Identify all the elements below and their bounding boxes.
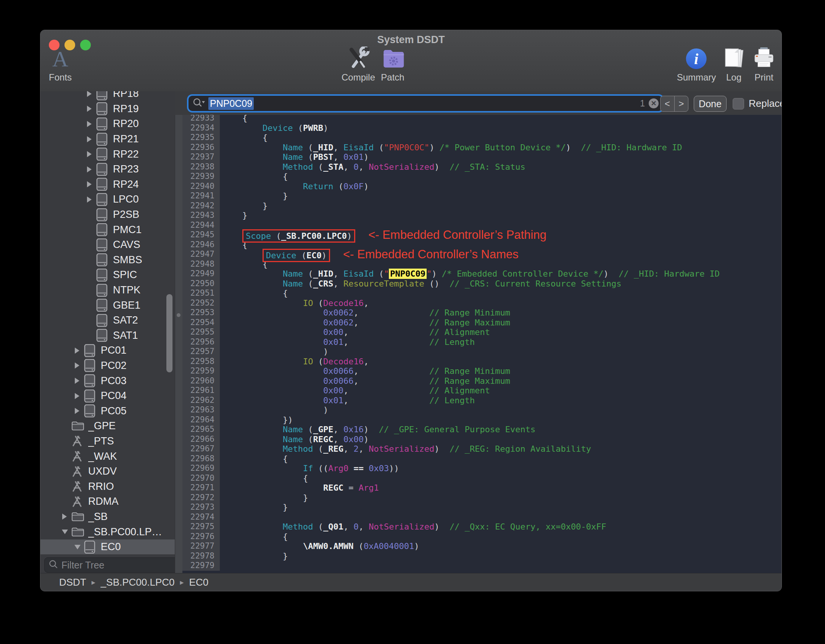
disclosure-right-icon[interactable] [74,393,84,399]
find-previous-button[interactable]: < [661,96,675,111]
code-line[interactable]: 22975 Method (_Q01, 0, NotSerialized) //… [182,522,781,532]
code-line[interactable]: 22978 } [182,551,781,561]
code-line[interactable]: 22974 [182,512,781,522]
code-line[interactable]: 22967 Method (_REG, 2, NotSerialized) //… [182,444,781,454]
tree-item-PC01[interactable]: PC01 [40,343,175,358]
code-line[interactable]: 22936 Name (_HID, EisaId ("PNP0C0C") /* … [182,143,781,153]
tree-item-PC03[interactable]: PC03 [40,373,175,388]
tree-item-RP24[interactable]: RP24 [40,177,175,192]
code-line[interactable]: 22972 } [182,493,781,503]
sidebar-splitter[interactable] [175,115,183,573]
tree-item-_GPE[interactable]: _GPE [40,419,175,434]
tree-item-CAVS[interactable]: CAVS [40,237,175,253]
tree-item-SAT1[interactable]: SAT1 [40,328,175,343]
code-line[interactable]: 22951 { [182,288,781,298]
toolbar-item-print[interactable]: Print [752,46,775,83]
tree-item-SAT2[interactable]: SAT2 [40,313,175,328]
code-line[interactable]: 22960 0x0066, // Range Maximum [182,376,781,386]
code-line[interactable]: 22976 { [182,532,781,542]
disclosure-right-icon[interactable] [86,121,96,127]
tree-item-NTPK[interactable]: NTPK [40,283,175,298]
tree-item-P2SB[interactable]: P2SB [40,207,175,222]
code-line[interactable]: 22945 Scope (_SB.PC00.LPC0)<- Embedded C… [182,230,781,240]
search-input[interactable]: PNP0C09 1 ✕ [189,96,662,111]
disclosure-right-icon[interactable] [74,377,84,384]
code-line[interactable]: 22954 0x0062, // Range Maximum [182,318,781,328]
disclosure-right-icon[interactable] [86,105,96,112]
breadcrumb-item-EC0[interactable]: EC0 [189,576,209,588]
disclosure-down-icon[interactable] [61,529,71,535]
disclosure-right-icon[interactable] [86,151,96,158]
tree-item-RP22[interactable]: RP22 [40,147,175,162]
code-line[interactable]: 22963 ) [182,405,781,415]
code-line[interactable]: 22935 { [182,133,781,143]
code-line[interactable]: 22965 Name (_GPE, 0x16) // _GPE: General… [182,425,781,435]
breadcrumb-item-DSDT[interactable]: DSDT [59,576,86,588]
tree-item-UXDV[interactable]: UXDV [40,464,175,479]
code-line[interactable]: 22950 Name (_CRS, ResourceTemplate () //… [182,279,781,289]
code-line[interactable]: 22947 Device (EC0)<- Embedded Controller… [182,250,781,259]
breadcrumb-item-_SBPC00LPC0[interactable]: _SB.PC00.LPC0 [101,576,175,588]
tree-item-RP23[interactable]: RP23 [40,162,175,177]
tree-item-PC04[interactable]: PC04 [40,388,175,404]
replace-checkbox-label[interactable]: Replace [749,97,782,110]
code-line[interactable]: 22959 0x0066, // Range Minimum [182,366,781,376]
code-editor[interactable]: 22933 {22934 Device (PWRB)22935 {22936 N… [182,115,781,573]
code-line[interactable]: 22956 0x01, // Length [182,337,781,347]
disclosure-down-icon[interactable] [74,544,84,550]
tree-item-RP19[interactable]: RP19 [40,101,175,117]
code-line[interactable]: 22973 } [182,502,781,512]
disclosure-right-icon[interactable] [74,362,84,369]
code-line[interactable]: 22937 Name (PBST, 0x01) [182,152,781,162]
toolbar-item-patch[interactable]: Patch [381,46,404,83]
tree-item-RP18[interactable]: RP18 [40,91,175,101]
tree-item-_WAK[interactable]: _WAK [40,449,175,464]
code-line[interactable]: 22938 Method (_STA, 0, NotSerialized) //… [182,162,781,172]
code-line[interactable]: 22933 { [182,115,781,123]
code-line[interactable]: 22955 0x00, // Alignment [182,327,781,337]
disclosure-right-icon[interactable] [61,513,71,520]
code-line[interactable]: 22964 }) [182,415,781,425]
tree-item-RDMA[interactable]: RDMA [40,494,175,509]
toolbar-item-summary[interactable]: i Summary [677,46,716,83]
tree-item-EC0[interactable]: EC0 [40,539,175,555]
code-line[interactable]: 22968 { [182,454,781,464]
find-next-button[interactable]: > [675,96,688,111]
tree-item-_SB[interactable]: _SB [40,509,175,525]
code-line[interactable]: 22943 } [182,211,781,221]
code-line[interactable]: 22969 If ((Arg0 == 0x03)) [182,464,781,473]
toolbar-item-compile[interactable]: Compile [342,46,375,83]
disclosure-right-icon[interactable] [86,196,96,203]
code-line[interactable]: 22942 } [182,201,781,211]
done-button[interactable]: Done [694,96,727,112]
code-line[interactable]: 22940 Return (0x0F) [182,182,781,192]
disclosure-right-icon[interactable] [86,181,96,188]
code-line[interactable]: 22977 \AMW0.AMWN (0xA0040001) [182,541,781,551]
tree-item-SMBS[interactable]: SMBS [40,253,175,268]
toolbar-item-fonts[interactable]: A Fonts [49,46,72,83]
code-line[interactable]: 22962 0x01, // Length [182,396,781,406]
code-line[interactable]: 22971 REGC = Arg1 [182,483,781,493]
code-line[interactable]: 22958 IO (Decode16, [182,357,781,367]
sidebar-scrollbar[interactable] [166,294,172,372]
disclosure-right-icon[interactable] [86,91,96,97]
tree-item-RRIO[interactable]: RRIO [40,479,175,494]
code-line[interactable]: 22979 [182,561,781,571]
code-line[interactable]: 22934 Device (PWRB) [182,123,781,133]
replace-checkbox[interactable] [733,98,744,109]
code-line[interactable]: 22966 Name (REGC, 0x00) [182,435,781,444]
code-line[interactable]: 22952 IO (Decode16, [182,298,781,308]
clear-search-icon[interactable]: ✕ [649,98,659,108]
code-line[interactable]: 22953 0x0062, // Range Minimum [182,308,781,318]
tree-item-SPIC[interactable]: SPIC [40,267,175,283]
code-line[interactable]: 22939 { [182,172,781,182]
code-line[interactable]: 22957 ) [182,347,781,357]
tree-item-LPC0[interactable]: LPC0 [40,192,175,207]
disclosure-right-icon[interactable] [86,136,96,143]
tree-item-_SBPC00LP[interactable]: _SB.PC00.LP… [40,524,175,539]
search-magnifier-icon[interactable] [192,97,205,109]
code-line[interactable]: 22949 Name (_HID, EisaId ("PNP0C09") /* … [182,269,781,279]
disclosure-right-icon[interactable] [86,166,96,173]
toolbar-item-log[interactable]: Log [722,46,745,83]
disclosure-right-icon[interactable] [74,347,84,354]
